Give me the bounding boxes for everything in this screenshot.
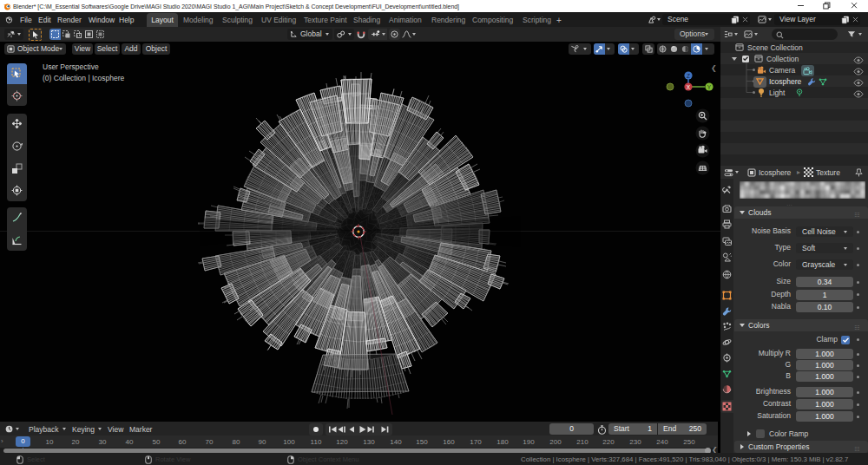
svg-text:Z: Z: [687, 73, 690, 79]
svg-text:X: X: [687, 84, 691, 90]
svg-text:Y: Y: [707, 84, 712, 90]
